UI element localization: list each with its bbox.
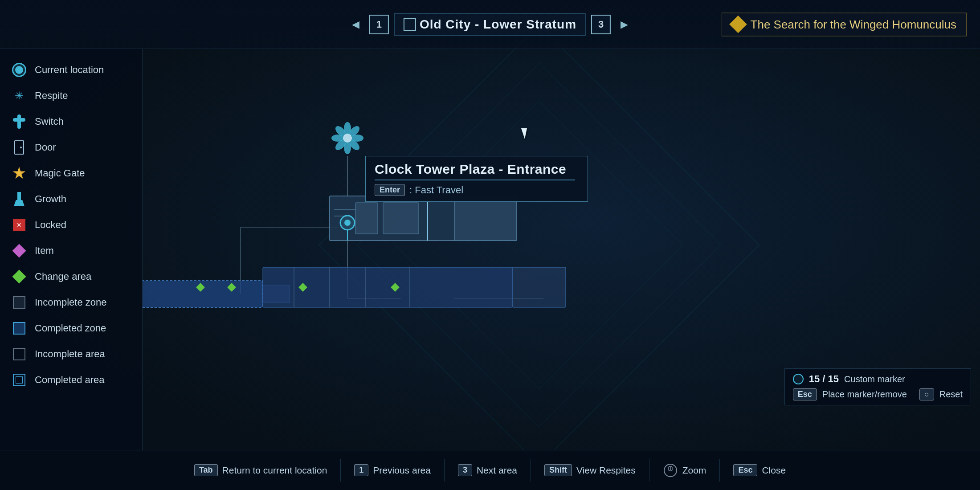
reset-label: Reset (939, 389, 963, 400)
area-name: Old City - Lower Stratum (420, 17, 576, 32)
close-label: Close (762, 465, 786, 476)
quest-box: The Search for the Winged Homunculus (722, 12, 967, 36)
nav-left-arrow[interactable]: ◀ (348, 16, 364, 33)
map-tooltip: Clock Tower Plaza - Entrance Enter : Fas… (365, 156, 588, 202)
legend-completed-zone: Completed zone (8, 316, 134, 340)
close-button[interactable]: Esc Close (733, 464, 786, 476)
legend-locked: ✕ Locked (8, 213, 134, 237)
legend-switch: Switch (8, 110, 134, 134)
view-respites-label: View Respites (576, 465, 636, 476)
legend-label-magic-gate: Magic Gate (35, 167, 85, 179)
legend-label-completed-area: Completed area (35, 374, 105, 386)
legend-label-incomplete-area: Incomplete area (35, 348, 105, 360)
zoom-control[interactable]: Zoom (663, 463, 706, 478)
quest-diamond-icon (729, 16, 747, 33)
legend-incomplete-zone: Incomplete zone (8, 290, 134, 314)
legend-label-locked: Locked (35, 219, 66, 231)
switch-icon (11, 113, 28, 130)
scroll-wheel-icon (663, 463, 678, 478)
legend-magic-gate: Magic Gate (8, 161, 134, 185)
svg-point-41 (664, 464, 677, 477)
tooltip-key-badge: Enter (375, 184, 405, 196)
esc-key-badge: Esc (733, 464, 757, 476)
reset-key-badge: ○ (919, 388, 934, 400)
respite-icon (11, 87, 28, 104)
zoom-label: Zoom (682, 465, 706, 476)
custom-marker-label: Custom marker (844, 374, 905, 384)
bottom-bar: Tab Return to current location 1 Previou… (0, 450, 980, 490)
change-area-icon (11, 268, 28, 285)
legend-label-completed-zone: Completed zone (35, 323, 106, 334)
legend-label-item: Item (35, 245, 54, 257)
current-location-icon (11, 61, 28, 78)
door-icon (11, 139, 28, 156)
prev-area-label: Previous area (373, 465, 431, 476)
custom-marker-panel: 15 / 15 Custom marker Esc Place marker/r… (784, 368, 971, 405)
magic-gate-icon (11, 165, 28, 182)
legend-panel: Current location Respite Switch Door Mag… (0, 49, 143, 450)
legend-incomplete-area: Incomplete area (8, 342, 134, 366)
area-navigation: ◀ 1 Old City - Lower Stratum 3 ▶ (348, 13, 632, 36)
svg-point-24 (344, 220, 351, 226)
svg-rect-18 (355, 203, 378, 234)
area-badge-left[interactable]: 1 (369, 15, 389, 34)
respite-map-icon (331, 122, 363, 154)
area1-key-badge: 1 (354, 464, 368, 476)
svg-rect-27 (143, 281, 263, 307)
legend-label-door: Door (35, 142, 56, 153)
legend-completed-area: Completed area (8, 368, 134, 392)
area3-key-badge: 3 (458, 464, 472, 476)
marker-circle-icon (793, 374, 804, 384)
legend-current-location: Current location (8, 58, 134, 82)
divider-2 (444, 459, 445, 482)
legend-label-incomplete-zone: Incomplete zone (35, 297, 106, 308)
tooltip-action: Enter : Fast Travel (375, 184, 575, 196)
shift-key-badge: Shift (544, 464, 572, 476)
legend-label-change-area: Change area (35, 271, 91, 282)
completed-zone-icon (11, 320, 28, 337)
divider-1 (340, 459, 341, 482)
legend-label-switch: Switch (35, 116, 64, 127)
previous-area-button[interactable]: 1 Previous area (354, 464, 431, 476)
place-marker-label: Place marker/remove (822, 389, 907, 400)
area-icon (404, 18, 416, 31)
svg-point-13 (343, 134, 352, 143)
nav-right-arrow[interactable]: ▶ (616, 16, 632, 33)
svg-rect-22 (454, 196, 517, 241)
tab-key-badge: Tab (194, 464, 218, 476)
area-badge-right[interactable]: 3 (591, 15, 611, 34)
svg-rect-38 (512, 267, 566, 307)
marker-count-row: 15 / 15 Custom marker (793, 373, 963, 385)
completed-area-icon (11, 372, 28, 388)
incomplete-zone-icon (11, 294, 28, 311)
header-bar: ◀ 1 Old City - Lower Stratum 3 ▶ The Sea… (0, 0, 980, 49)
tooltip-underline (375, 180, 575, 180)
next-area-button[interactable]: 3 Next area (458, 464, 517, 476)
place-marker-row: Esc Place marker/remove ○ Reset (793, 388, 963, 400)
legend-item: Item (8, 239, 134, 263)
legend-change-area: Change area (8, 265, 134, 289)
map-container[interactable]: Clock Tower Plaza - Entrance Enter : Fas… (143, 49, 980, 450)
return-to-location-button[interactable]: Tab Return to current location (194, 464, 327, 476)
area-name-box: Old City - Lower Stratum (394, 13, 586, 36)
divider-5 (719, 459, 720, 482)
legend-label-respite: Respite (35, 90, 68, 102)
place-key-badge: Esc (793, 388, 817, 400)
growth-icon (11, 191, 28, 208)
svg-rect-19 (383, 203, 419, 234)
next-area-label: Next area (477, 465, 517, 476)
item-icon (11, 242, 28, 259)
marker-count: 15 / 15 (809, 373, 839, 385)
legend-door: Door (8, 135, 134, 159)
locked-icon: ✕ (11, 216, 28, 233)
view-respites-button[interactable]: Shift View Respites (544, 464, 636, 476)
legend-respite: Respite (8, 84, 134, 108)
return-label: Return to current location (222, 465, 327, 476)
incomplete-area-icon (11, 346, 28, 363)
legend-label-current-location: Current location (35, 64, 104, 76)
quest-title: The Search for the Winged Homunculus (751, 17, 956, 31)
tooltip-action-label: : Fast Travel (409, 184, 463, 196)
divider-3 (531, 459, 531, 482)
legend-growth: Growth (8, 187, 134, 211)
legend-label-growth: Growth (35, 193, 66, 205)
